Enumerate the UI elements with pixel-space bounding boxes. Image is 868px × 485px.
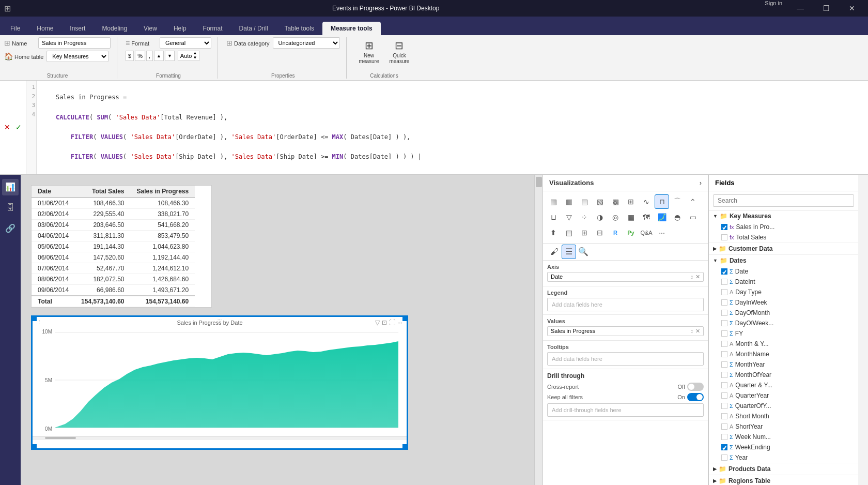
field-checkbox[interactable] bbox=[721, 234, 727, 240]
viz-r-icon[interactable]: R bbox=[608, 225, 623, 240]
field-checkbox[interactable] bbox=[721, 330, 727, 337]
filter-icon[interactable]: ▽ bbox=[375, 319, 380, 326]
field-item[interactable]: ΣDayOfMonth bbox=[709, 308, 858, 318]
field-item[interactable]: AMonthName bbox=[709, 349, 858, 359]
resize-sw[interactable] bbox=[33, 444, 37, 448]
decimal-decrease-btn[interactable]: ▼ bbox=[165, 51, 175, 61]
field-item[interactable]: fxSales in Pro... bbox=[709, 222, 858, 232]
tab-measure-tools[interactable]: Measure tools bbox=[322, 22, 381, 35]
field-item[interactable]: ΣMonthOfYear bbox=[709, 370, 858, 380]
tab-modeling[interactable]: Modeling bbox=[94, 22, 135, 35]
keep-filters-toggle-track[interactable] bbox=[687, 393, 704, 401]
viz-bar-chart-icon[interactable]: ▦ bbox=[546, 194, 561, 209]
canvas-scrollbar[interactable] bbox=[534, 175, 542, 485]
viz-kpi-icon[interactable]: ⬆ bbox=[546, 225, 561, 240]
fields-search-input[interactable] bbox=[713, 194, 854, 207]
nav-data-btn[interactable]: 🗄 bbox=[2, 200, 19, 216]
viz-card-icon[interactable]: ▭ bbox=[686, 210, 700, 224]
chart-hscrollbar-thumb[interactable] bbox=[45, 437, 76, 439]
field-checkbox[interactable] bbox=[721, 320, 727, 326]
viz-treemap-icon[interactable]: ▦ bbox=[624, 210, 638, 224]
field-item[interactable]: ΣWeekEnding bbox=[709, 442, 858, 452]
viz-qna-icon[interactable]: Q&A bbox=[639, 225, 654, 240]
sign-in-label[interactable]: Sign in bbox=[761, 0, 786, 17]
nav-report-btn[interactable]: 📊 bbox=[2, 179, 19, 195]
tab-home[interactable]: Home bbox=[28, 22, 61, 35]
currency-percent-btn[interactable]: % bbox=[135, 51, 145, 61]
name-input[interactable] bbox=[38, 37, 111, 49]
field-checkbox[interactable] bbox=[721, 341, 727, 347]
tab-file[interactable]: File bbox=[2, 22, 28, 35]
chart-hscrollbar[interactable] bbox=[33, 436, 407, 440]
field-checkbox[interactable] bbox=[721, 434, 727, 440]
currency-comma-btn[interactable]: , bbox=[146, 51, 153, 61]
expand-icon[interactable]: ⛶ bbox=[389, 319, 395, 326]
formula-editor[interactable]: Sales in Progress = CALCULATE( SUM( 'Sal… bbox=[37, 81, 868, 174]
field-group-header[interactable]: ▼📁Key Measures bbox=[709, 210, 858, 222]
viz-slicer-icon[interactable]: ▤ bbox=[562, 225, 576, 240]
viz-sub-format-icon[interactable]: 🖌 bbox=[547, 245, 562, 259]
chart-actions[interactable]: ▽ ⊡ ⛶ ··· bbox=[375, 319, 402, 326]
viz-sub-fields-icon[interactable]: ☰ bbox=[562, 245, 576, 259]
tab-table-tools[interactable]: Table tools bbox=[276, 22, 322, 35]
field-checkbox[interactable] bbox=[721, 279, 727, 285]
viz-expand-icon[interactable]: › bbox=[700, 179, 702, 187]
viz-donut-icon[interactable]: ◎ bbox=[608, 210, 623, 224]
viz-hstack-icon[interactable]: ▩ bbox=[608, 194, 623, 209]
scrollbar-thumb[interactable] bbox=[536, 177, 542, 187]
tab-view[interactable]: View bbox=[135, 22, 165, 35]
field-checkbox[interactable] bbox=[721, 372, 727, 378]
tab-help[interactable]: Help bbox=[165, 22, 195, 35]
field-group-header[interactable]: ▶📁Customer Data bbox=[709, 243, 858, 254]
minimize-button[interactable]: — bbox=[788, 0, 812, 17]
cross-report-toggle[interactable]: Off bbox=[678, 383, 704, 391]
drill-through-drop-zone[interactable]: Add drill-through fields here bbox=[547, 403, 704, 417]
field-checkbox[interactable] bbox=[721, 310, 727, 316]
field-item[interactable]: ΣYear bbox=[709, 452, 858, 463]
currency-dollar-btn[interactable]: $ bbox=[126, 51, 134, 61]
viz-gauge-icon[interactable]: ◓ bbox=[670, 210, 685, 224]
field-checkbox[interactable] bbox=[721, 351, 727, 357]
field-checkbox[interactable] bbox=[721, 454, 727, 461]
field-item[interactable]: ΣQuarterOfY... bbox=[709, 401, 858, 411]
formula-accept-btn[interactable]: ✓ bbox=[13, 122, 24, 132]
field-group-header[interactable]: ▶📁Products Data bbox=[709, 463, 858, 475]
viz-scatter-icon[interactable]: ⁘ bbox=[577, 210, 592, 224]
field-item[interactable]: AShortYear bbox=[709, 421, 858, 432]
home-table-select[interactable]: Key Measures bbox=[47, 51, 109, 62]
decimal-increase-btn[interactable]: ▲ bbox=[154, 51, 164, 61]
viz-py-icon[interactable]: Py bbox=[624, 225, 638, 240]
viz-more-icon[interactable]: ··· bbox=[655, 225, 669, 240]
tab-format[interactable]: Format bbox=[195, 22, 231, 35]
field-item[interactable]: AMonth & Y... bbox=[709, 339, 858, 349]
viz-map-icon[interactable]: 🗺 bbox=[639, 210, 654, 224]
field-item[interactable]: AShort Month bbox=[709, 411, 858, 421]
field-checkbox-checked[interactable] bbox=[721, 268, 727, 275]
viz-area-icon active[interactable]: ⊓ bbox=[655, 194, 669, 209]
viz-sub-analytics-icon[interactable]: 🔍 bbox=[576, 245, 591, 259]
field-checkbox[interactable] bbox=[721, 289, 727, 295]
field-item[interactable]: ΣDayInWeek bbox=[709, 297, 858, 308]
viz-ribbon-icon[interactable]: ⌃ bbox=[686, 194, 700, 209]
tab-data-drill[interactable]: Data / Drill bbox=[231, 22, 276, 35]
focus-icon[interactable]: ⊡ bbox=[382, 319, 387, 326]
viz-line-stacked-icon[interactable]: ⌒ bbox=[670, 194, 685, 209]
cross-report-toggle-track[interactable] bbox=[687, 383, 704, 391]
viz-filled-map-icon[interactable]: 🗾 bbox=[655, 210, 669, 224]
field-item[interactable]: ADay Type bbox=[709, 287, 858, 297]
viz-matrix-icon[interactable]: ⊟ bbox=[593, 225, 607, 240]
field-checkbox[interactable] bbox=[721, 382, 727, 388]
field-item[interactable]: ΣDateInt bbox=[709, 277, 858, 287]
values-field-expand-icon[interactable]: ↕ bbox=[691, 328, 694, 335]
field-item[interactable]: ΣFY bbox=[709, 328, 858, 339]
viz-legend-drop-zone[interactable]: Add data fields here bbox=[547, 298, 704, 311]
viz-hbar-icon[interactable]: ▧ bbox=[593, 194, 607, 209]
new-measure-button[interactable]: ⊞ Newmeasure bbox=[355, 37, 383, 66]
drag-handle[interactable]: ··· bbox=[218, 317, 222, 323]
field-checkbox[interactable] bbox=[721, 423, 727, 430]
viz-pie-icon[interactable]: ◑ bbox=[593, 210, 607, 224]
field-checkbox[interactable] bbox=[721, 403, 727, 409]
viz-100bar-icon[interactable]: ▤ bbox=[577, 194, 592, 209]
field-item[interactable]: AQuarter & Y... bbox=[709, 380, 858, 390]
more-icon[interactable]: ··· bbox=[397, 319, 402, 326]
